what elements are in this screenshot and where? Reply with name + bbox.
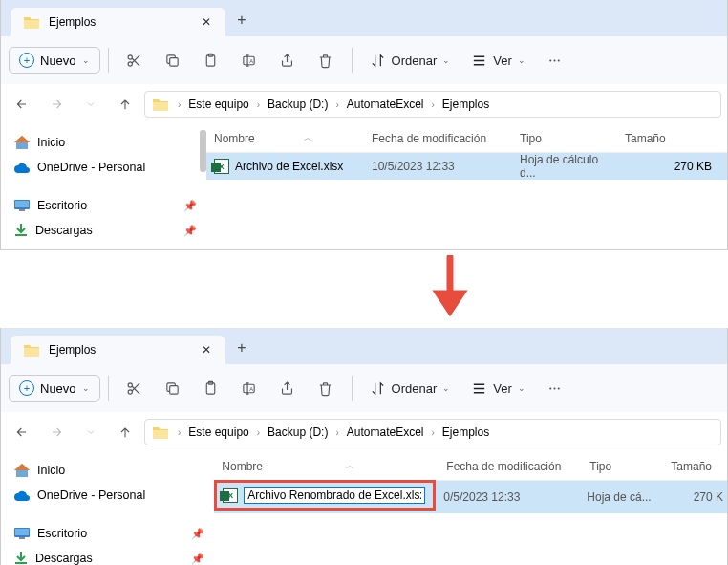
home-icon [14,464,30,477]
sidebar-item-desktop[interactable]: Escritorio 📌 [1,193,206,218]
view-label: Ver [493,54,512,68]
col-size[interactable]: Tamaño [617,132,727,145]
new-tab-button[interactable]: + [225,4,258,36]
rename-button[interactable]: A [231,371,268,405]
ellipsis-icon [546,53,563,69]
chevron-right-icon: › [176,99,182,110]
svg-rect-27 [19,537,25,539]
file-date: 10/5/2023 12:33 [364,160,512,173]
col-name[interactable]: Nombre︿ [206,132,364,145]
col-name[interactable]: Nombre︿ [214,460,439,473]
new-tab-button[interactable]: + [225,332,258,364]
tab-ejemplos[interactable]: Ejemplos ✕ [11,336,225,364]
share-button[interactable] [269,371,306,405]
close-icon[interactable]: ✕ [200,15,212,29]
file-row-renaming[interactable]: 0/5/2023 12:33 Hoja de cá... 270 K [214,481,727,513]
back-button[interactable] [7,89,37,120]
col-size[interactable]: Tamaño [663,460,727,473]
breadcrumb[interactable]: Backup (D:) [264,424,332,441]
up-button[interactable] [110,417,140,447]
chevron-down-icon [85,98,96,110]
paste-button[interactable] [193,43,229,77]
delete-button[interactable] [308,371,344,405]
svg-point-21 [549,387,551,389]
arrow-up-icon [118,97,133,112]
sidebar: Inicio OneDrive - Personal Escritorio 📌 … [1,452,214,565]
chevron-down-icon: ⌄ [82,383,90,393]
plus-icon: + [19,380,34,396]
breadcrumb[interactable]: Ejemplos [439,96,493,113]
rename-button[interactable]: A [231,43,268,77]
chevron-right-icon: › [333,427,340,438]
arrow-up-icon [118,424,133,440]
svg-rect-12 [15,201,29,207]
file-type: Hoja de cálculo d... [512,153,617,180]
file-type: Hoja de cá... [587,490,668,504]
clipboard-icon [203,380,219,397]
paste-button[interactable] [193,371,229,405]
forward-button[interactable] [41,417,72,447]
copy-icon [164,53,181,69]
delete-button[interactable] [308,43,344,77]
tab-label: Ejemplos [49,343,190,357]
sidebar: Inicio OneDrive - Personal Escritorio 📌 … [1,124,206,249]
rename-input[interactable] [244,487,425,504]
breadcrumb[interactable]: AutomateExcel [343,96,428,113]
scrollbar-thumb[interactable] [200,130,206,172]
breadcrumb[interactable]: Ejemplos [439,424,493,441]
cut-button[interactable] [117,43,153,77]
col-date[interactable]: Fecha de modificación [364,132,512,145]
copy-button[interactable] [155,371,191,405]
sidebar-item-downloads[interactable]: Descargas 📌 [1,218,206,243]
sidebar-item-onedrive[interactable]: OneDrive - Personal [1,483,214,508]
download-icon [14,224,28,237]
file-size: 270 K [668,490,727,504]
chevron-down-icon: ⌄ [442,55,450,65]
arrow-left-icon [14,97,30,112]
cut-button[interactable] [117,371,153,405]
address-bar[interactable]: › Este equipo › Backup (D:) › AutomateEx… [144,91,721,118]
breadcrumb[interactable]: Este equipo [184,424,252,441]
more-button[interactable] [537,371,573,405]
sidebar-item-home[interactable]: Inicio [1,458,214,483]
sort-button[interactable]: Ordenar ⌄ [360,371,460,405]
sort-button[interactable]: Ordenar ⌄ [360,43,460,77]
address-bar[interactable]: › Este equipo › Backup (D:) › AutomateEx… [144,419,721,445]
close-icon[interactable]: ✕ [200,343,212,357]
svg-rect-2 [170,57,179,65]
svg-point-23 [558,387,560,389]
file-date: 0/5/2023 12:33 [443,490,587,504]
sidebar-item-downloads[interactable]: Descargas 📌 [1,546,214,565]
col-date[interactable]: Fecha de modificación [439,460,582,473]
new-button[interactable]: + Nuevo ⌄ [9,375,100,402]
col-type[interactable]: Tipo [582,460,663,473]
forward-button[interactable] [41,89,72,120]
col-type[interactable]: Tipo [512,132,617,145]
back-button[interactable] [7,417,37,447]
share-button[interactable] [269,43,306,77]
sidebar-item-label: Descargas [35,552,93,565]
tab-ejemplos[interactable]: Ejemplos ✕ [11,8,225,36]
sidebar-item-onedrive[interactable]: OneDrive - Personal [1,155,206,180]
breadcrumb[interactable]: Este equipo [184,96,252,113]
copy-button[interactable] [155,43,191,77]
recent-button[interactable] [75,89,106,120]
more-button[interactable] [537,43,573,77]
view-button[interactable]: Ver ⌄ [461,43,535,77]
sort-label: Ordenar [392,381,438,396]
sidebar-item-home[interactable]: Inicio [1,130,206,155]
pin-icon: 📌 [191,528,204,540]
view-button[interactable]: Ver ⌄ [461,371,535,405]
breadcrumb[interactable]: AutomateExcel [343,424,428,441]
new-button[interactable]: + Nuevo ⌄ [9,47,100,74]
chevron-right-icon: › [176,427,182,438]
view-icon [471,53,487,69]
sidebar-item-desktop[interactable]: Escritorio 📌 [1,521,214,546]
svg-point-22 [554,387,556,389]
breadcrumb[interactable]: Backup (D:) [264,96,332,113]
clipboard-icon [203,53,219,69]
chevron-down-icon: ⌄ [518,383,525,393]
up-button[interactable] [110,89,140,120]
recent-button[interactable] [75,417,106,447]
file-row[interactable]: Archivo de Excel.xlsx 10/5/2023 12:33 Ho… [206,153,727,180]
